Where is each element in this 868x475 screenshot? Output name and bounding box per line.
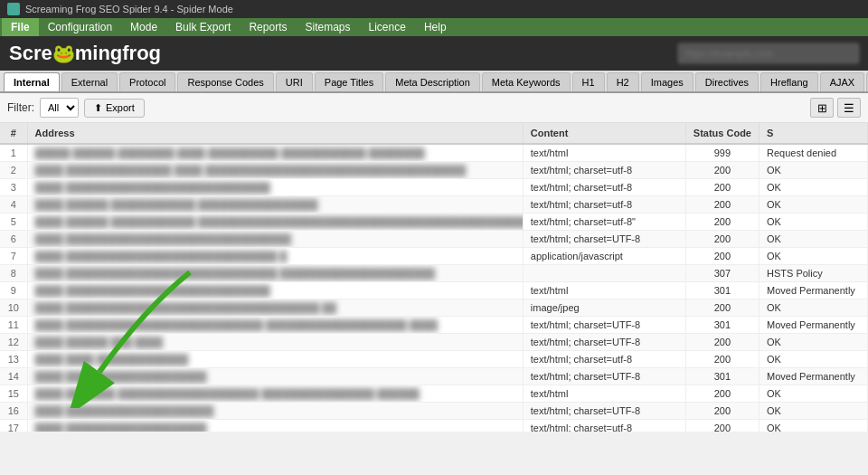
menu-reports[interactable]: Reports <box>240 18 296 36</box>
cell-status: OK <box>760 214 868 231</box>
cell-status: OK <box>760 248 868 265</box>
table-row[interactable]: 11████ ████████████████████████████ ████… <box>0 317 868 334</box>
menu-mode[interactable]: Mode <box>121 18 166 36</box>
cell-content: text/html; charset=utf-8 <box>523 179 685 196</box>
title-text: Screaming Frog SEO Spider 9.4 - Spider M… <box>25 4 233 14</box>
table-row[interactable]: 4████ ██████ ████████████ ██████████████… <box>0 196 868 214</box>
tab-internal[interactable]: Internal <box>4 72 60 91</box>
cell-content: text/html; charset=UTF-8 <box>523 317 685 334</box>
cell-status-code: 200 <box>685 351 759 368</box>
table-row[interactable]: 10████ █████████████████████████████████… <box>0 299 868 317</box>
tab-hreflang[interactable]: Hreflang <box>760 72 818 91</box>
col-header-status-code[interactable]: Status Code <box>685 123 759 144</box>
cell-status-code: 200 <box>685 420 759 432</box>
cell-status-code: 200 <box>685 231 759 248</box>
table-row[interactable]: 16████ █████████████████████text/html; c… <box>0 403 868 420</box>
tab-directives[interactable]: Directives <box>695 72 759 91</box>
table-row[interactable]: 13████ ████ █████████████text/html; char… <box>0 351 868 368</box>
cell-content: text/html; charset=utf-8 <box>523 162 685 179</box>
menu-bulk-export[interactable]: Bulk Export <box>166 18 240 36</box>
tab-external[interactable]: External <box>61 72 118 91</box>
table-row[interactable]: 5████ ██████ ████████████ ██████████████… <box>0 214 868 231</box>
export-icon: ⬆ <box>94 102 102 114</box>
cell-address: █████ ██████ ████████ ████ ██████████ ██… <box>27 144 523 162</box>
cell-status-code: 999 <box>685 144 759 162</box>
cell-content: text/html; charset=utf-8 <box>523 420 685 432</box>
tab-uri[interactable]: URI <box>276 72 313 91</box>
filter-select[interactable]: All <box>40 98 79 118</box>
col-header-address[interactable]: Address <box>27 123 523 144</box>
table-row[interactable]: 8████ ██████████████████████████████ ███… <box>0 265 868 282</box>
cell-num: 11 <box>0 317 27 334</box>
table-header-row: # Address Content Status Code S <box>0 123 868 144</box>
cell-status: OK <box>760 403 868 420</box>
cell-status-code: 200 <box>685 403 759 420</box>
title-bar: Screaming Frog SEO Spider 9.4 - Spider M… <box>0 0 868 18</box>
cell-status: Moved Permanently <box>760 282 868 299</box>
cell-num: 5 <box>0 214 27 231</box>
menu-configuration[interactable]: Configuration <box>39 18 121 36</box>
cell-address: ████ ██████ ████████████ ███████████████… <box>27 196 523 214</box>
col-header-status[interactable]: S <box>760 123 868 144</box>
view-list-button[interactable]: ☰ <box>837 98 861 118</box>
cell-content: text/html; charset=UTF-8 <box>523 403 685 420</box>
cell-status-code: 200 <box>685 179 759 196</box>
table-row[interactable]: 17████ ████████████████████text/html; ch… <box>0 420 868 432</box>
cell-num: 13 <box>0 351 27 368</box>
table-row[interactable]: 2████ ███████████████ ████ █████████████… <box>0 162 868 179</box>
filter-label: Filter: <box>7 101 34 114</box>
tab-response-codes[interactable]: Response Codes <box>177 72 273 91</box>
cell-num: 15 <box>0 385 27 403</box>
export-button[interactable]: ⬆ Export <box>84 99 145 118</box>
cell-address: ████ ██████ ████████████ ███████████████… <box>27 214 523 231</box>
cell-num: 1 <box>0 144 27 162</box>
cell-num: 10 <box>0 299 27 317</box>
table-row[interactable]: 14████ ████████████████████text/html; ch… <box>0 368 868 385</box>
cell-num: 17 <box>0 420 27 432</box>
table-row[interactable]: 1█████ ██████ ████████ ████ ██████████ █… <box>0 144 868 162</box>
cell-num: 7 <box>0 248 27 265</box>
url-input[interactable] <box>678 43 859 63</box>
tab-protocol[interactable]: Protocol <box>119 72 175 91</box>
cell-content: text/html; charset=utf-8 <box>523 196 685 214</box>
table-row[interactable]: 9████ █████████████████████████████text/… <box>0 282 868 299</box>
tab-h2[interactable]: H2 <box>607 72 639 91</box>
cell-num: 8 <box>0 265 27 282</box>
cell-address: ████ █████████████████████████████ <box>27 282 523 299</box>
cell-content: text/html <box>523 282 685 299</box>
cell-status-code: 200 <box>685 299 759 317</box>
cell-status: Moved Permanently <box>760 317 868 334</box>
cell-status-code: 301 <box>685 317 759 334</box>
cell-num: 16 <box>0 403 27 420</box>
cell-status-code: 200 <box>685 214 759 231</box>
tab-images[interactable]: Images <box>641 72 693 91</box>
table-row[interactable]: 7████ ██████████████████████████████ █ap… <box>0 248 868 265</box>
menu-file[interactable]: File <box>2 18 39 36</box>
cell-status-code: 200 <box>685 162 759 179</box>
view-tile-button[interactable]: ⊞ <box>810 98 834 118</box>
table-row[interactable]: 15████ ███████ ████████████████████ ████… <box>0 385 868 403</box>
tab-meta-keywords[interactable]: Meta Keywords <box>482 72 571 91</box>
table-row[interactable]: 3████ █████████████████████████████text/… <box>0 179 868 196</box>
cell-content: text/html; charset=UTF-8 <box>523 368 685 385</box>
menu-sitemaps[interactable]: Sitemaps <box>296 18 359 36</box>
cell-address: ████ ██████ ███ ████ <box>27 334 523 351</box>
app-icon <box>7 3 20 15</box>
col-header-content[interactable]: Content <box>523 123 685 144</box>
tab-h1[interactable]: H1 <box>572 72 605 91</box>
data-table-container: # Address Content Status Code S 1█████ █… <box>0 123 868 432</box>
col-header-num[interactable]: # <box>0 123 27 144</box>
menu-bar: File Configuration Mode Bulk Export Repo… <box>0 18 868 36</box>
menu-licence[interactable]: Licence <box>360 18 415 36</box>
cell-content: text/html; charset=UTF-8 <box>523 231 685 248</box>
menu-help[interactable]: Help <box>415 18 456 36</box>
cell-address: ████ ████ █████████████ <box>27 351 523 368</box>
tab-meta-description[interactable]: Meta Description <box>385 72 480 91</box>
tab-page-titles[interactable]: Page Titles <box>315 72 383 91</box>
table-row[interactable]: 6████ ████████████████████████████████te… <box>0 231 868 248</box>
cell-content: text/html <box>523 385 685 403</box>
tab-ajax[interactable]: AJAX <box>820 72 865 91</box>
cell-address: ████ ████████████████████ <box>27 368 523 385</box>
table-row[interactable]: 12████ ██████ ███ ████text/html; charset… <box>0 334 868 351</box>
main-content: # Address Content Status Code S 1█████ █… <box>0 123 868 432</box>
